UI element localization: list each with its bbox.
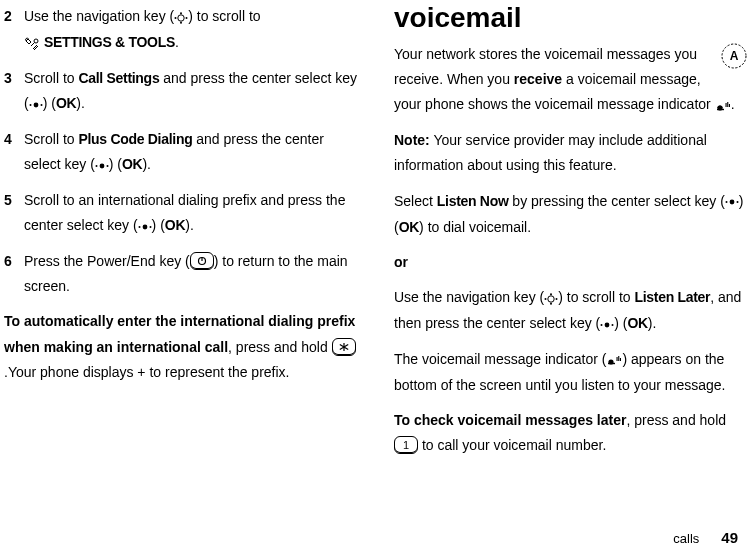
svg-rect-39: [619, 356, 620, 361]
plus-code-dialing-label: Plus Code Dialing: [78, 131, 192, 147]
listen-later-label: Listen Later: [634, 289, 710, 305]
center-select-key-icon: [29, 92, 43, 117]
text: .: [731, 96, 735, 112]
step-6: 6 Press the Power/End key () to return t…: [4, 249, 358, 299]
text: The voicemail message indicator (: [394, 351, 606, 367]
svg-point-3: [180, 12, 182, 14]
svg-point-12: [142, 224, 147, 229]
text: .Your phone displays + to represent the …: [4, 364, 290, 380]
svg-point-11: [106, 165, 108, 167]
text: ).: [76, 95, 85, 111]
step-3: 3 Scroll to Call Settings and press the …: [4, 66, 358, 117]
svg-point-27: [725, 201, 727, 203]
settings-tools-icon: [24, 31, 40, 56]
svg-point-5: [34, 39, 38, 43]
indicator-paragraph: The voicemail message indicator () appea…: [394, 347, 748, 398]
or-text: or: [394, 254, 408, 270]
svg-point-8: [40, 104, 42, 106]
ok-label: OK: [399, 219, 419, 235]
step-number: 4: [4, 127, 24, 178]
ok-label: OK: [165, 217, 185, 233]
step-body: Scroll to Call Settings and press the ce…: [24, 66, 358, 117]
text: ) to scroll to: [188, 8, 260, 24]
or-label: or: [394, 250, 748, 275]
step-number: 5: [4, 188, 24, 239]
svg-point-36: [612, 324, 614, 326]
center-select-key-icon: [95, 153, 109, 178]
call-settings-label: Call Settings: [78, 70, 159, 86]
text: Select: [394, 193, 437, 209]
text: ) to scroll to: [558, 289, 634, 305]
section-title: voicemail: [394, 4, 748, 32]
network-feature-icon: A: [720, 42, 748, 78]
svg-point-28: [736, 201, 738, 203]
text: Press the Power/End key (: [24, 253, 190, 269]
voicemail-intro-paragraph: Your network stores the voicemail messag…: [394, 42, 748, 118]
svg-point-9: [99, 163, 104, 168]
note-label: Note:: [394, 132, 430, 148]
svg-point-4: [180, 22, 182, 24]
listen-now-paragraph: Select Listen Now by pressing the center…: [394, 189, 748, 240]
text: ).: [142, 156, 151, 172]
step-body: Press the Power/End key () to return to …: [24, 249, 358, 299]
step-number: 6: [4, 249, 24, 299]
svg-point-32: [550, 293, 552, 295]
svg-point-26: [729, 200, 734, 205]
page-footer: calls49: [673, 529, 738, 546]
step-number: 3: [4, 66, 24, 117]
right-column: voicemail A Your network stores the voic…: [376, 4, 748, 550]
ok-label: OK: [56, 95, 76, 111]
text: ).: [648, 315, 657, 331]
svg-point-0: [178, 15, 184, 21]
text: Use the navigation key (: [394, 289, 544, 305]
power-end-key-icon: [190, 252, 214, 270]
svg-rect-38: [617, 357, 618, 361]
text: ) to dial voicemail.: [419, 219, 531, 235]
note-paragraph: Note: Your service provider may include …: [394, 128, 748, 178]
ok-label: OK: [627, 315, 647, 331]
svg-point-29: [548, 295, 554, 301]
bold-receive: receive: [514, 71, 562, 87]
svg-point-30: [545, 298, 547, 300]
one-key-icon: 1: [394, 436, 418, 454]
voicemail-indicator-icon: [606, 347, 622, 372]
center-select-key-icon: [600, 312, 614, 337]
svg-point-34: [605, 322, 610, 327]
svg-point-13: [138, 226, 140, 228]
svg-text:A: A: [730, 49, 739, 63]
step-4: 4 Scroll to Plus Code Dialing and press …: [4, 127, 358, 178]
text: Scroll to: [24, 131, 78, 147]
voicemail-indicator-icon: [715, 93, 731, 118]
step-number: 2: [4, 4, 24, 56]
page: 2 Use the navigation key () to scroll to…: [0, 0, 756, 550]
star-key-icon: [332, 338, 356, 356]
listen-later-paragraph: Use the navigation key () to scroll to L…: [394, 285, 748, 337]
bold-lead: To check voicemail messages later: [394, 412, 626, 428]
navigation-key-icon: [544, 286, 558, 311]
navigation-key-icon: [174, 5, 188, 30]
text: .: [175, 34, 179, 50]
ok-label: OK: [122, 156, 142, 172]
left-column: 2 Use the navigation key () to scroll to…: [4, 4, 376, 550]
listen-now-label: Listen Now: [437, 193, 509, 209]
svg-point-1: [175, 17, 177, 19]
svg-point-14: [149, 226, 151, 228]
center-select-key-icon: [725, 189, 739, 214]
text: ).: [185, 217, 194, 233]
text: Use the navigation key (: [24, 8, 174, 24]
text: , press and hold: [626, 412, 726, 428]
step-2: 2 Use the navigation key () to scroll to…: [4, 4, 358, 56]
step-body: Use the navigation key () to scroll to S…: [24, 4, 358, 56]
check-later-paragraph: To check voicemail messages later, press…: [394, 408, 748, 458]
center-select-key-icon: [138, 214, 152, 239]
svg-rect-24: [727, 102, 728, 107]
international-prefix-paragraph: To automatically enter the international…: [4, 309, 358, 385]
svg-rect-25: [729, 104, 730, 107]
svg-point-33: [550, 302, 552, 304]
text: by pressing the center select key (: [508, 193, 724, 209]
step-body: Scroll to Plus Code Dialing and press th…: [24, 127, 358, 178]
text: , press and hold: [228, 339, 332, 355]
svg-point-35: [601, 324, 603, 326]
page-number: 49: [721, 529, 738, 546]
settings-tools-label: SETTINGS & TOOLS: [44, 34, 175, 50]
